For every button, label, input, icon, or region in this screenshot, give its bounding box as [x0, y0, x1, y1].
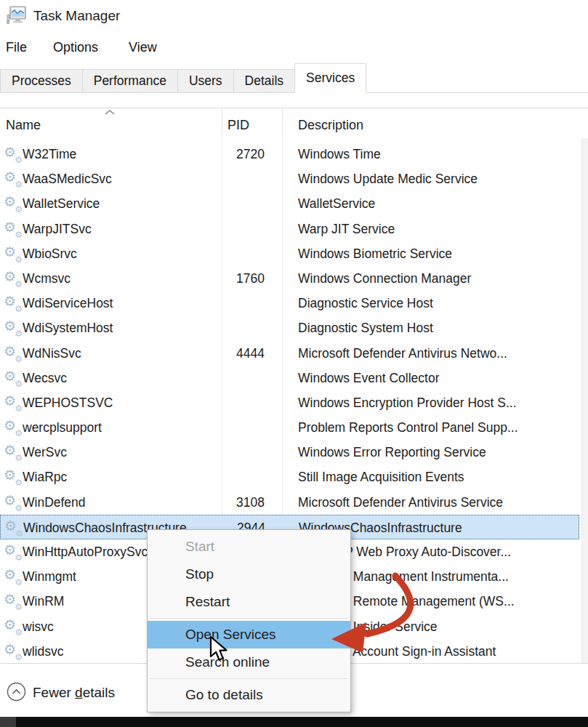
service-gear-icon: ⚙⚙: [4, 468, 21, 486]
service-gear-icon: ⚙⚙: [4, 443, 21, 461]
table-row[interactable]: ⚙⚙W32Time2720Windows Time: [0, 142, 579, 166]
service-gear-icon: ⚙⚙: [4, 419, 21, 436]
table-row[interactable]: ⚙⚙WiaRpcStill Image Acquisition Events: [0, 465, 579, 489]
service-gear-small-icon: ⚙: [15, 454, 23, 462]
service-gear-icon: ⚙⚙: [4, 618, 21, 635]
service-name: WarpJITSvc: [23, 222, 92, 237]
vertical-scrollbar[interactable]: [581, 138, 588, 663]
service-gear-icon: ⚙⚙: [4, 245, 21, 262]
chevron-up-circle-icon[interactable]: [7, 682, 26, 702]
table-row[interactable]: ⚙⚙WEPHOSTSVCWindows Encryption Provider …: [0, 390, 579, 415]
menubar-item-view[interactable]: View: [120, 39, 166, 57]
service-gear-icon: ⚙⚙: [4, 643, 21, 660]
table-row[interactable]: ⚙⚙WaaSMedicSvcWindows Update Medic Servi…: [0, 166, 579, 191]
service-name: WaaSMedicSvc: [23, 172, 112, 187]
context-menu-item-restart[interactable]: Restart: [148, 588, 350, 616]
service-name: WinDefend: [23, 495, 86, 510]
service-name: Wcmsvc: [23, 271, 71, 286]
service-description: Microsoft Defender Antivirus Service: [298, 495, 503, 510]
table-row[interactable]: ⚙⚙WerSvcWindows Error Reporting Service: [0, 440, 579, 465]
service-gear-small-icon: ⚙: [15, 578, 23, 587]
table-row[interactable]: ⚙⚙WdNisSvc4444Microsoft Defender Antivir…: [0, 341, 579, 366]
service-gear-icon: ⚙⚙: [4, 369, 21, 387]
service-gear-icon: ⚙⚙: [4, 519, 22, 537]
service-description: Windows Update Medic Service: [298, 172, 478, 187]
mouse-pointer-icon: [209, 635, 233, 663]
service-gear-icon: ⚙⚙: [4, 543, 21, 561]
service-name: WdiSystemHost: [23, 321, 113, 336]
table-row[interactable]: ⚙⚙WdiServiceHostDiagnostic Service Host: [0, 291, 579, 316]
context-menu-separator: [150, 678, 348, 679]
service-gear-small-icon: ⚙: [15, 653, 23, 662]
service-gear-icon: ⚙⚙: [4, 220, 21, 238]
service-pid: 4444: [236, 346, 265, 361]
service-description: Windows Event Collector: [298, 371, 440, 386]
table-row[interactable]: ⚙⚙wercplsupportProblem Reports Control P…: [0, 415, 579, 440]
table-row[interactable]: ⚙⚙WdiSystemHostDiagnostic System Host: [0, 316, 579, 340]
service-gear-small-icon: ⚙: [15, 355, 23, 364]
title-bar: Task Manager: [0, 0, 588, 33]
service-pid: 3108: [236, 495, 265, 510]
tab-details[interactable]: Details: [233, 69, 296, 93]
table-row[interactable]: ⚙⚙WalletServiceWalletService: [0, 191, 579, 216]
context-menu-item-open-services[interactable]: Open Services: [148, 621, 350, 648]
service-gear-small-icon: ⚙: [15, 180, 23, 189]
service-gear-small-icon: ⚙: [15, 379, 23, 388]
column-header-pid[interactable]: PID: [227, 118, 249, 133]
column-divider[interactable]: [222, 108, 222, 138]
service-name: W32Time: [23, 147, 76, 162]
tab-services[interactable]: Services: [294, 63, 366, 93]
service-context-menu: StartStopRestartOpen ServicesSearch onli…: [147, 529, 351, 712]
service-gear-icon: ⚙⚙: [4, 494, 21, 511]
service-name: WbioSrvc: [23, 246, 77, 262]
service-gear-small-icon: ⚙: [15, 280, 23, 289]
service-name: WEPHOSTSVC: [23, 395, 113, 411]
service-pid: 1760: [236, 271, 265, 286]
context-menu-item-search-online[interactable]: Search online: [148, 648, 350, 676]
service-description: Windows Error Reporting Service: [298, 445, 486, 460]
table-row[interactable]: ⚙⚙WarpJITSvcWarp JIT Service: [0, 217, 579, 241]
tab-performance[interactable]: Performance: [82, 69, 178, 93]
service-gear-icon: ⚙⚙: [4, 319, 21, 337]
service-gear-small-icon: ⚙: [15, 404, 23, 413]
service-description: Diagnostic System Host: [298, 321, 433, 336]
service-gear-small-icon: ⚙: [15, 553, 23, 562]
service-name: wlidsvc: [23, 644, 63, 659]
window-title: Task Manager: [33, 8, 120, 24]
service-description: Windows Time: [298, 147, 381, 162]
service-name: WiaRpc: [23, 470, 67, 485]
service-name: WinHttpAutoProxySvc: [23, 545, 148, 560]
menubar-item-options[interactable]: Options: [44, 39, 107, 57]
sort-ascending-icon: [104, 109, 116, 116]
table-row[interactable]: ⚙⚙WbioSrvcWindows Biometric Service: [0, 241, 579, 266]
menu-bar: FileOptionsView: [0, 36, 588, 58]
service-gear-icon: ⚙⚙: [4, 170, 21, 188]
service-name: Winmgmt: [23, 569, 76, 585]
service-gear-icon: ⚙⚙: [4, 145, 21, 163]
service-description: Windows Biometric Service: [298, 246, 452, 262]
column-divider[interactable]: [282, 108, 283, 138]
column-header-name[interactable]: Name: [6, 118, 41, 133]
service-gear-small-icon: ⚙: [15, 329, 23, 338]
fewer-details-toggle[interactable]: Fewer details: [33, 685, 115, 701]
context-menu-item-stop[interactable]: Stop: [148, 561, 350, 588]
service-name: WdNisSvc: [23, 346, 81, 361]
service-description: Windows Connection Manager: [298, 271, 471, 286]
service-gear-icon: ⚙⚙: [4, 195, 21, 212]
service-gear-icon: ⚙⚙: [4, 568, 21, 585]
tab-processes[interactable]: Processes: [0, 69, 83, 93]
tab-strip: ProcessesPerformanceUsersDetailsServices: [0, 64, 366, 93]
context-menu-item-go-to-details[interactable]: Go to details: [148, 681, 350, 709]
table-row[interactable]: ⚙⚙Wcmsvc1760Windows Connection Manager: [0, 266, 579, 291]
service-gear-small-icon: ⚙: [15, 255, 23, 264]
table-row[interactable]: ⚙⚙WinDefend3108Microsoft Defender Antivi…: [0, 490, 579, 515]
menubar-item-file[interactable]: File: [0, 39, 36, 57]
table-row[interactable]: ⚙⚙WecsvcWindows Event Collector: [0, 366, 579, 390]
service-gear-small-icon: ⚙: [15, 603, 23, 611]
service-gear-small-icon: ⚙: [15, 205, 23, 214]
tab-users[interactable]: Users: [177, 69, 234, 93]
service-name: wisvc: [23, 619, 54, 635]
service-name: wercplsupport: [23, 420, 102, 435]
service-gear-icon: ⚙⚙: [4, 394, 21, 411]
column-header-description[interactable]: Description: [298, 118, 363, 133]
